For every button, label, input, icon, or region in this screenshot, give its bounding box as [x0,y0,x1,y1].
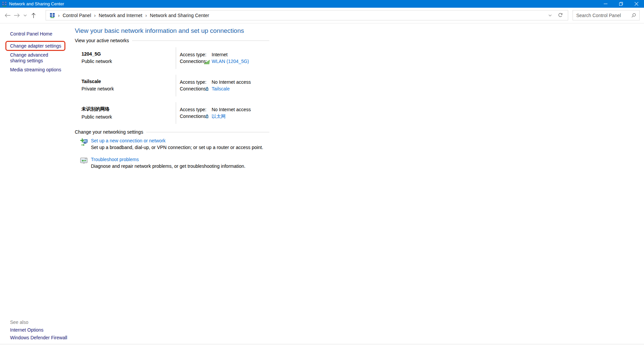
window-bottom-edge [0,344,644,344]
breadcrumb-separator-chevron[interactable]: › [145,13,147,18]
connection-link[interactable]: WLAN (1204_5G) [212,58,249,65]
close-button[interactable] [629,0,644,8]
breadcrumb-separator-chevron[interactable]: › [94,13,96,18]
access-type-value: Internet [212,52,227,58]
address-dropdown-chevron-icon[interactable] [545,10,555,20]
sidebar-item-media-streaming-options[interactable]: Media streaming options [10,67,71,72]
setting-item: Troubleshoot problems Diagnose and repai… [80,157,625,169]
network-app-icon [2,1,7,7]
setting-item: Set up a new connection or network Set u… [80,138,625,150]
restore-button[interactable] [613,0,629,8]
section-divider [146,132,269,132]
address-bar[interactable]: › Control Panel › Network and Internet ›… [46,10,568,20]
window-title: Network and Sharing Center [9,1,64,6]
access-type-value: No Internet access [212,79,251,85]
new-connection-icon [80,138,88,146]
search-input[interactable] [573,13,630,18]
troubleshoot-problems-link[interactable]: Troubleshoot problems [91,157,139,162]
networking-settings-section-header: Change your networking settings [75,130,269,135]
sidebar: Control Panel Home Change adapter settin… [0,23,71,346]
recent-pages-chevron-icon[interactable] [21,10,29,20]
titlebar: Network and Sharing Center [0,0,644,8]
network-row: Tailscale Private network Access type: N… [82,75,625,96]
search-icon[interactable] [631,13,636,18]
network-name: Tailscale [82,79,176,84]
troubleshoot-description: Diagnose and repair network problems, or… [91,164,246,169]
network-breadcrumb-icon [50,13,55,18]
search-box[interactable] [573,10,640,20]
refresh-icon[interactable] [555,10,565,20]
network-profile: Private network [82,86,176,91]
toolbar: › Control Panel › Network and Internet ›… [0,8,644,23]
breadcrumb-separator-chevron[interactable]: › [58,13,60,18]
sidebar-item-change-advanced-sharing-settings[interactable]: Change advanced sharing settings [10,52,64,64]
sidebar-item-internet-options[interactable]: Internet Options [10,328,67,333]
network-row: 未识别的网络 Public network Access type: No In… [82,102,625,124]
setup-connection-description: Set up a broadband, dial-up, or VPN conn… [91,145,263,150]
ethernet-plug-icon [204,86,210,92]
page-title: View your basic network information and … [75,27,625,34]
network-name: 1204_5G [82,51,176,57]
minimize-button[interactable] [598,0,613,8]
network-profile: Public network [82,114,176,120]
breadcrumb-network-and-sharing-center[interactable]: Network and Sharing Center [150,13,209,18]
up-button[interactable] [29,10,38,20]
main-content: View your basic network information and … [75,23,625,169]
back-button[interactable] [3,10,12,20]
forward-button[interactable] [12,10,21,20]
wifi-signal-icon [204,59,210,64]
see-also-header: See also [10,320,67,325]
connection-link[interactable]: 以太网 [212,113,226,120]
access-type-label: Access type: [180,52,212,58]
breadcrumb-network-and-internet[interactable]: Network and Internet [99,13,142,18]
ethernet-plug-icon [204,114,210,119]
sidebar-item-change-adapter-settings[interactable]: Change adapter settings [10,43,61,49]
network-profile: Public network [82,59,176,64]
section-divider [132,41,269,41]
troubleshoot-icon [80,157,88,165]
access-type-label: Access type: [180,79,212,85]
setup-connection-link[interactable]: Set up a new connection or network [91,138,166,143]
access-type-value: No Internet access [212,107,251,113]
network-name: 未识别的网络 [82,106,176,112]
annotation-highlight-box: Change adapter settings [5,41,65,51]
sidebar-item-control-panel-home[interactable]: Control Panel Home [10,31,71,37]
sidebar-item-windows-defender-firewall[interactable]: Windows Defender Firewall [10,335,67,340]
network-row: 1204_5G Public network Access type: Inte… [82,47,625,69]
breadcrumb-control-panel[interactable]: Control Panel [63,13,91,18]
access-type-label: Access type: [180,107,212,113]
active-networks-section-header: View your active networks [75,38,269,43]
connection-link[interactable]: Tailscale [212,86,230,92]
